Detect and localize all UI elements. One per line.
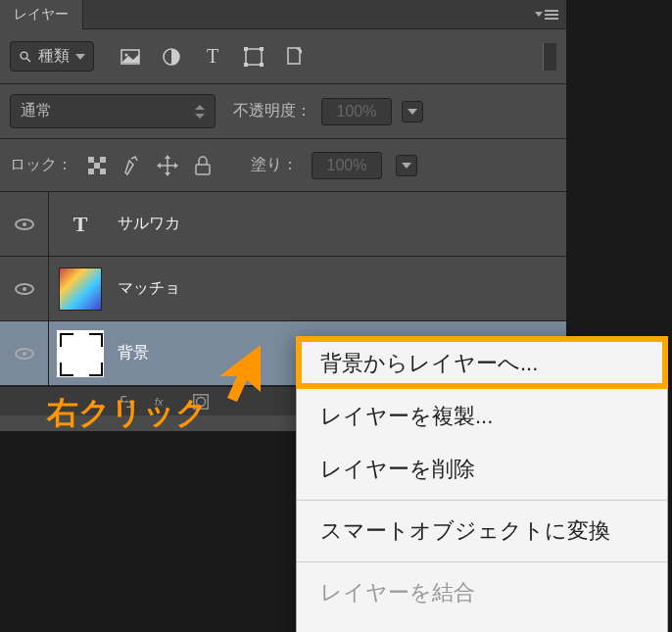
chevron-down-icon [75, 54, 85, 60]
svg-rect-8 [244, 63, 248, 67]
svg-rect-22 [196, 165, 210, 174]
svg-marker-18 [165, 155, 170, 159]
tab-layers[interactable]: レイヤー [0, 0, 83, 29]
lock-pixels-icon[interactable] [121, 155, 143, 176]
svg-rect-9 [260, 63, 264, 67]
eye-icon [15, 219, 34, 230]
context-menu: 背景からレイヤーへ... レイヤーを複製... レイヤーを削除 スマートオブジェ… [296, 336, 668, 632]
layer-name: マッチョ [118, 278, 180, 299]
fill-field[interactable]: 100% [312, 152, 382, 179]
svg-rect-16 [88, 169, 94, 174]
menu-separator [297, 561, 667, 562]
menu-delete-layer[interactable]: レイヤーを削除 [297, 443, 667, 496]
svg-marker-20 [157, 163, 161, 169]
svg-rect-15 [100, 157, 106, 163]
fill-label: 塗り： [251, 155, 298, 175]
layer-name: 背景 [118, 343, 149, 364]
opacity-label: 不透明度： [233, 101, 312, 122]
panel-tab-bar: レイヤー [0, 0, 566, 29]
stepper-icon [195, 103, 205, 121]
filter-smart-icon[interactable] [284, 46, 306, 68]
svg-rect-17 [100, 169, 106, 174]
filter-shape-icon[interactable] [243, 46, 264, 68]
layer-row-image[interactable]: マッチョ [0, 257, 566, 321]
lock-position-icon[interactable] [157, 155, 178, 176]
svg-line-1 [26, 58, 30, 62]
lock-label: ロック： [10, 155, 72, 175]
fill-dropdown[interactable] [396, 155, 417, 176]
visibility-toggle[interactable] [0, 321, 49, 385]
layer-thumb-image [59, 267, 102, 311]
hamburger-icon [545, 10, 558, 20]
svg-rect-5 [246, 49, 262, 65]
svg-point-3 [125, 53, 128, 56]
layer-thumb-text-icon: T [59, 203, 102, 246]
svg-rect-7 [260, 47, 264, 51]
svg-rect-6 [244, 47, 248, 51]
cursor-arrow-icon [212, 343, 270, 412]
svg-marker-12 [195, 114, 205, 119]
blend-mode-select[interactable]: 通常 [10, 94, 216, 128]
menu-merge-layers: レイヤーを結合 [297, 566, 667, 619]
eye-icon [15, 283, 34, 295]
panel-menu-button[interactable] [535, 10, 558, 20]
svg-marker-21 [174, 163, 178, 169]
menu-convert-smart-object[interactable]: スマートオブジェクトに変換 [297, 505, 667, 558]
layer-filter-row: 種類 T [0, 29, 566, 84]
filter-pixel-icon[interactable] [120, 46, 141, 68]
lock-all-icon[interactable] [192, 155, 214, 176]
opacity-field[interactable]: 100% [321, 98, 392, 125]
annotation-text: 右クリック [47, 392, 208, 435]
filter-adjust-icon[interactable] [161, 46, 182, 68]
menu-bg-to-layer[interactable]: 背景からレイヤーへ... [297, 337, 667, 390]
lock-row: ロック： 塗り： 100% [0, 139, 566, 192]
lock-transparency-icon[interactable] [86, 155, 108, 176]
search-icon [19, 50, 32, 64]
svg-marker-19 [165, 172, 170, 176]
layer-thumb-background [59, 332, 102, 375]
svg-point-0 [21, 52, 27, 59]
menu-duplicate-layer[interactable]: レイヤーを複製... [297, 390, 667, 443]
filter-toggle-switch[interactable] [543, 43, 556, 71]
blend-mode-row: 通常 不透明度： 100% [0, 84, 566, 139]
opacity-dropdown[interactable] [402, 101, 423, 122]
layer-row-text[interactable]: T サルワカ [0, 192, 566, 257]
svg-rect-13 [88, 157, 94, 163]
menu-merge-visible[interactable]: 表示レイヤーを結合 [297, 619, 667, 632]
svg-marker-11 [195, 105, 205, 110]
visibility-toggle[interactable] [0, 257, 49, 320]
eye-icon [15, 348, 34, 360]
svg-rect-10 [288, 48, 300, 64]
layer-name: サルワカ [118, 214, 180, 234]
visibility-toggle[interactable] [0, 192, 49, 256]
filter-type-label: 種類 [38, 46, 70, 67]
blend-mode-value: 通常 [21, 101, 52, 122]
svg-marker-26 [219, 345, 261, 402]
filter-text-icon[interactable]: T [202, 46, 223, 68]
menu-separator [297, 500, 667, 501]
filter-type-select[interactable]: 種類 [10, 41, 94, 72]
svg-rect-14 [94, 163, 100, 169]
chevron-down-icon [408, 109, 417, 115]
chevron-down-icon [402, 163, 411, 169]
